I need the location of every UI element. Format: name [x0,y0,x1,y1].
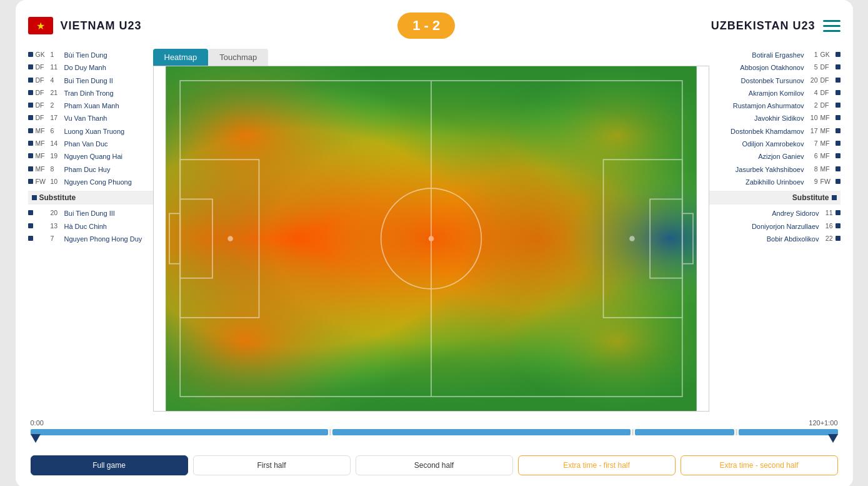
player-color [28,166,33,171]
player-color [28,103,33,108]
r-player-row: Azizjon Ganiev 6 MF [709,150,841,163]
heatmap-container: Heatmap Touchmap [153,49,709,412]
player-name: Nguyen Cong Phuong [64,178,132,186]
left-panel: GK 1 Bùi Tien Dung DF 11 Do Duy Manh DF … [28,49,153,412]
player-name: Pham Xuan Manh [64,101,119,110]
player-color [28,236,33,241]
r-player-pos: DF [821,63,833,72]
r-player-pos: MF [821,152,833,161]
tab-heatmap[interactable]: Heatmap [153,49,209,66]
team-right-name: UZBEKISTAN U23 [711,19,816,33]
r-player-row: Odiljon Xamrobekov 7 MF [709,138,841,150]
r-player-num: 4 [807,89,818,98]
r-player-pos: MF [821,114,833,123]
r-player-name: Abbosjon Otakhonov [740,63,804,72]
btn-full-game[interactable]: Full game [31,455,188,475]
player-color [28,223,33,228]
player-color [28,90,33,95]
timeline-labels: 0:00 120+1:00 [31,419,838,427]
r-player-row: Zabikhillo Urinboev 9 FW [709,176,841,188]
timeline-start: 0:00 [31,419,44,427]
player-row: DF 17 Vu Van Thanh [28,112,153,124]
player-name: Luong Xuan Truong [64,127,125,136]
substitute-label-left: Substitute [39,193,76,202]
r-player-num: 9 [807,178,818,186]
r-player-color [836,179,841,184]
r-player-color [836,153,841,158]
period-buttons: Full game First half Second half Extra t… [31,455,838,475]
player-color [28,64,33,69]
timeline-handle-left[interactable] [31,434,41,443]
svg-point-20 [228,236,232,241]
timeline-bar-wrapper [31,429,838,435]
substitute-label-right: Substitute [792,193,829,202]
r-player-num: 5 [807,63,818,72]
r-player-color [836,64,841,69]
r-player-color [836,128,841,133]
player-row: GK 1 Bùi Tien Dung [28,49,153,61]
r-player-pos: MF [821,165,833,174]
r-player-row: Javokhir Sidikov 10 MF [709,112,841,124]
r-sub-row: Bobir Abdixolikov 22 [709,233,841,245]
r-player-row: Dostonbek Khamdamov 17 MF [709,125,841,138]
player-num: 4 [51,76,62,85]
r-player-num: 6 [807,152,818,161]
player-num: 19 [51,152,62,161]
player-num: 14 [51,139,62,148]
player-color [28,52,33,57]
r-player-name: Rustamjon Ashurmatov [733,101,804,110]
r-player-pos: FW [821,178,833,186]
player-name: Do Duy Manh [64,63,106,72]
btn-extra-time-first[interactable]: Extra time - first half [518,455,676,475]
player-row: DF 11 Do Duy Manh [28,61,153,74]
player-row: DF 21 Tran Dinh Trong [28,87,153,99]
vietnam-flag: ★ [28,17,53,34]
player-name: Phan Van Duc [64,139,108,148]
r-player-color [836,115,841,120]
r-player-name: Akramjon Komilov [749,89,804,98]
r-player-pos: DF [821,101,833,110]
menu-line-2 [823,25,841,27]
player-row: MF 19 Nguyen Quang Hai [28,150,153,163]
player-num: 1 [51,51,62,59]
r-player-num: 2 [807,101,818,110]
tab-touchmap[interactable]: Touchmap [208,49,268,66]
heatmap [153,66,709,412]
r-player-num: 11 [822,209,833,218]
player-pos: DF [36,89,48,98]
score-badge: 1 - 2 [397,13,455,39]
player-pos: DF [36,63,48,72]
r-player-pos: DF [821,89,833,98]
r-player-name: Javokhir Sidikov [754,114,804,123]
btn-first-half[interactable]: First half [193,455,351,475]
r-player-color [836,52,841,57]
player-num: 17 [51,114,62,123]
menu-icon[interactable] [823,20,841,32]
player-color [28,179,33,184]
menu-line-3 [823,30,841,32]
r-player-num: 7 [807,139,818,148]
menu-line-1 [823,20,841,22]
r-player-num: 10 [807,114,818,123]
r-player-name: Doniyorjon Narzullaev [752,222,819,231]
r-player-pos: MF [821,127,833,136]
player-color [28,153,33,158]
header: ★ VIETNAM U23 1 - 2 UZBEKISTAN U23 [28,13,841,39]
r-sub-row: Doniyorjon Narzullaev 16 [709,220,841,233]
r-player-color [836,90,841,95]
player-num: 10 [51,178,62,186]
player-color [28,128,33,133]
timeline-end: 120+1:00 [809,419,837,427]
sub-row: 20 Bui Tien Dung III [28,207,153,220]
player-name: Bui Tien Dung II [64,76,113,85]
r-player-pos: DF [821,76,833,85]
r-player-row: Rustamjon Ashurmatov 2 DF [709,99,841,112]
r-player-row: Jasurbek Yakhshiboev 8 MF [709,163,841,176]
btn-second-half[interactable]: Second half [356,455,513,475]
main-content: GK 1 Bùi Tien Dung DF 11 Do Duy Manh DF … [28,49,841,412]
player-row: MF 8 Pham Duc Huy [28,163,153,176]
player-num: 2 [51,101,62,110]
btn-extra-time-second[interactable]: Extra time - second half [681,455,838,475]
timeline-handle-right[interactable] [828,434,838,443]
sub-color [832,195,837,200]
